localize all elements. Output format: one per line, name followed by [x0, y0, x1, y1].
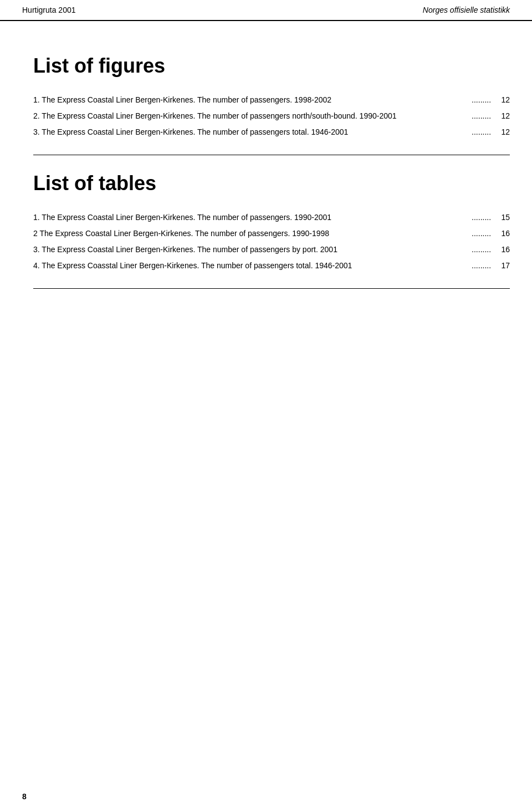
section-divider-2 [33, 288, 510, 289]
figures-entry-3-dots: ......... [469, 126, 493, 138]
figures-entry-1-desc: The Express Coastal Liner Bergen-Kirkene… [42, 95, 331, 104]
figures-entry-3-desc: The Express Coastal Liner Bergen-Kirkene… [42, 127, 348, 136]
tables-entry-3-text: 3. The Express Coastal Liner Bergen-Kirk… [33, 244, 469, 256]
tables-entry-1-desc: The Express Coastal Liner Bergen-Kirkene… [42, 213, 331, 222]
figures-entry-2-number: 2. [33, 111, 40, 120]
figures-entry-1: 1. The Express Coastal Liner Bergen-Kirk… [33, 94, 510, 106]
tables-entry-2-text: 2 The Express Coastal Liner Bergen-Kirke… [33, 228, 469, 239]
tables-list: 1. The Express Coastal Liner Bergen-Kirk… [33, 212, 510, 272]
tables-entry-3: 3. The Express Coastal Liner Bergen-Kirk… [33, 244, 510, 256]
tables-entry-2-number: 2 [33, 229, 38, 238]
tables-entry-1-number: 1. [33, 213, 40, 222]
figures-entry-1-text: 1. The Express Coastal Liner Bergen-Kirk… [33, 94, 469, 106]
figures-entry-2: 2. The Express Coastal Liner Bergen-Kirk… [33, 110, 510, 122]
tables-entry-2-desc: The Express Coastal Liner Bergen-Kirkene… [39, 229, 329, 238]
figures-entry-3-page: 12 [493, 126, 510, 138]
page-number: 8 [22, 792, 27, 801]
tables-entry-1: 1. The Express Coastal Liner Bergen-Kirk… [33, 212, 510, 223]
tables-entry-1-text: 1. The Express Coastal Liner Bergen-Kirk… [33, 212, 469, 223]
tables-entry-1-dots: ......... [469, 212, 493, 223]
tables-entry-2: 2 The Express Coastal Liner Bergen-Kirke… [33, 228, 510, 239]
tables-section-title: List of tables [33, 172, 510, 195]
figures-entry-1-number: 1. [33, 95, 40, 104]
section-divider-1 [33, 155, 510, 155]
tables-entry-3-number: 3. [33, 245, 40, 254]
tables-entry-4: 4. The Express Coasstal Liner Bergen-Kir… [33, 260, 510, 272]
tables-entry-2-dots: ......... [469, 228, 493, 239]
tables-entry-4-page: 17 [493, 260, 510, 272]
tables-entry-4-desc: The Express Coasstal Liner Bergen-Kirken… [42, 261, 352, 270]
figures-entry-2-page: 12 [493, 110, 510, 122]
figures-entry-1-page: 12 [493, 94, 510, 106]
header-title-right: Norges offisielle statistikk [423, 6, 510, 14]
figures-entry-2-desc: The Express Coastal Liner Bergen-Kirkene… [42, 111, 396, 120]
tables-entry-3-desc: The Express Coastal Liner Bergen-Kirkene… [42, 245, 337, 254]
header-title-left: Hurtigruta 2001 [22, 6, 76, 14]
tables-entry-4-text: 4. The Express Coasstal Liner Bergen-Kir… [33, 260, 469, 272]
tables-entry-3-page: 16 [493, 244, 510, 256]
figures-entry-2-dots: ......... [469, 110, 493, 122]
tables-entry-4-number: 4. [33, 261, 40, 270]
tables-entry-1-page: 15 [493, 212, 510, 223]
tables-entry-4-dots: ......... [469, 260, 493, 272]
figures-section-title: List of figures [33, 54, 510, 78]
figures-entry-3-text: 3. The Express Coastal Liner Bergen-Kirk… [33, 126, 469, 138]
page-header: Hurtigruta 2001 Norges offisielle statis… [0, 0, 532, 21]
figures-entry-2-text: 2. The Express Coastal Liner Bergen-Kirk… [33, 110, 469, 122]
figures-list: 1. The Express Coastal Liner Bergen-Kirk… [33, 94, 510, 138]
figures-entry-1-dots: ......... [469, 94, 493, 106]
figures-entry-3-number: 3. [33, 127, 40, 136]
main-content: List of figures 1. The Express Coastal L… [0, 21, 532, 328]
tables-entry-2-page: 16 [493, 228, 510, 239]
tables-entry-3-dots: ......... [469, 244, 493, 256]
figures-entry-3: 3. The Express Coastal Liner Bergen-Kirk… [33, 126, 510, 138]
